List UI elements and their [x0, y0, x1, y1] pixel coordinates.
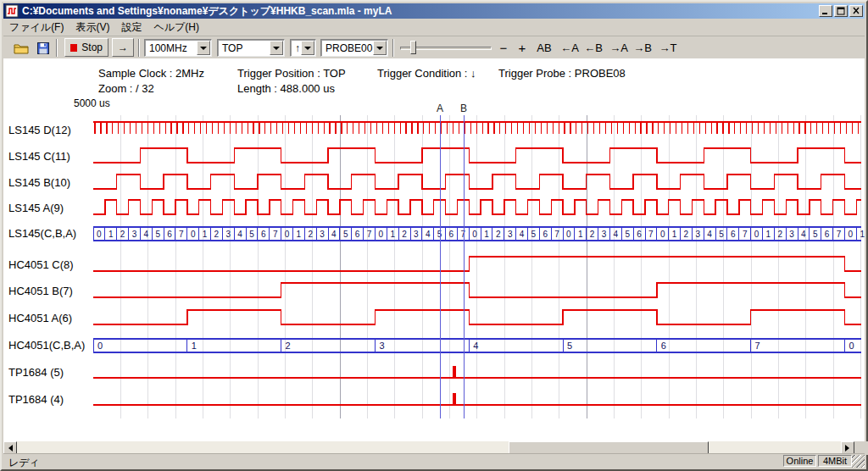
maximize-button[interactable] [834, 5, 848, 17]
svg-text:4: 4 [473, 341, 478, 351]
clock-combo[interactable]: 100MHz [144, 39, 212, 57]
zoom-slider-thumb[interactable] [410, 41, 416, 54]
app-window: C:¥Documents and Settings¥noname¥デスクトップ¥… [0, 0, 868, 471]
svg-text:0: 0 [379, 230, 384, 239]
probe-combo-value: PROBE00 [326, 42, 372, 55]
menu-bar: ファイル(F)表示(V)設定ヘルプ(H) [3, 19, 865, 35]
svg-text:1: 1 [860, 230, 865, 239]
svg-text:6: 6 [261, 230, 266, 239]
stop-icon [70, 44, 77, 52]
svg-text:6: 6 [449, 230, 454, 239]
svg-text:4: 4 [144, 230, 149, 239]
svg-text:6: 6 [542, 230, 548, 239]
svg-text:2: 2 [684, 230, 689, 239]
svg-text:0: 0 [754, 230, 760, 239]
svg-text:1: 1 [108, 230, 114, 239]
waveform-canvas[interactable]: 0123456701234567012345670123456701234567… [2, 112, 868, 418]
goto-trigger-button[interactable]: →T [657, 40, 679, 56]
svg-text:0: 0 [97, 230, 102, 239]
ab-button[interactable]: AB [533, 40, 555, 56]
svg-text:7: 7 [554, 230, 559, 239]
svg-text:7: 7 [755, 341, 760, 351]
toolbar-separator [138, 39, 140, 57]
zoom-in-button[interactable]: + [515, 40, 530, 56]
svg-text:4: 4 [237, 230, 242, 239]
svg-text:4: 4 [801, 230, 806, 239]
svg-text:1: 1 [192, 341, 197, 351]
menu-item-view[interactable]: 表示(V) [70, 19, 115, 36]
svg-text:3: 3 [508, 230, 513, 239]
trigger-position-combo[interactable]: TOP [217, 39, 285, 57]
svg-text:4: 4 [707, 230, 712, 239]
menu-item-help[interactable]: ヘルプ(H) [147, 19, 205, 36]
svg-text:4: 4 [426, 230, 431, 239]
svg-text:5: 5 [343, 230, 348, 239]
zoom-out-button[interactable]: − [496, 40, 511, 56]
stop-button[interactable]: Stop [64, 38, 108, 57]
chevron-down-icon[interactable] [197, 41, 210, 55]
toolbar: Stop → 100MHz TOP ↑ PROBE00 − + AB ←A ←B [3, 36, 865, 58]
svg-text:0: 0 [660, 230, 665, 239]
svg-text:3: 3 [320, 230, 325, 239]
svg-text:6: 6 [825, 230, 830, 239]
svg-text:2: 2 [214, 230, 220, 239]
svg-text:5: 5 [249, 230, 254, 239]
zoom-text: Zoom : / 32 [98, 82, 154, 95]
svg-text:2: 2 [590, 230, 595, 239]
svg-text:3: 3 [379, 341, 384, 351]
svg-text:0: 0 [285, 230, 290, 239]
clock-combo-value: 100MHz [149, 42, 187, 55]
trigger-condition-text: Trigger Condition : ↓ [377, 67, 476, 80]
svg-text:0: 0 [191, 230, 196, 239]
resize-grip[interactable] [852, 455, 865, 468]
svg-text:0: 0 [849, 230, 854, 239]
svg-text:1: 1 [578, 230, 583, 239]
goto-a-right-button[interactable]: →A [608, 40, 630, 56]
svg-text:6: 6 [731, 230, 736, 239]
trigger-probe-text: Trigger Probe : PROBE08 [498, 67, 626, 80]
goto-b-left-button[interactable]: ←B [582, 40, 604, 56]
chevron-down-icon[interactable] [301, 41, 314, 55]
save-button[interactable] [33, 40, 53, 57]
goto-a-left-button[interactable]: ←A [559, 40, 581, 56]
title-bar: C:¥Documents and Settings¥noname¥デスクトップ¥… [3, 3, 865, 19]
toolbar-separator [392, 39, 394, 57]
goto-b-right-button[interactable]: →B [632, 40, 654, 56]
svg-text:2: 2 [402, 230, 407, 239]
run-button[interactable]: → [112, 38, 134, 57]
svg-text:1: 1 [203, 230, 208, 239]
trigger-edge-combo[interactable]: ↑ [290, 39, 316, 57]
status-memory: 4MBit [818, 455, 852, 467]
svg-text:5: 5 [567, 341, 572, 351]
menu-item-file[interactable]: ファイル(F) [3, 19, 70, 36]
svg-text:3: 3 [414, 230, 419, 239]
length-text: Length : 488.000 us [237, 82, 335, 95]
minimize-button[interactable] [819, 5, 832, 17]
svg-text:2: 2 [120, 230, 125, 239]
probe-combo[interactable]: PROBE00 [320, 39, 388, 57]
svg-text:6: 6 [637, 230, 642, 239]
wave-ls145-c-b-a-: 0123456701234567012345670123456701234567… [93, 227, 865, 241]
open-button[interactable] [11, 40, 31, 57]
svg-text:2: 2 [777, 230, 782, 239]
svg-text:3: 3 [226, 230, 231, 239]
svg-text:5: 5 [813, 230, 818, 239]
svg-text:5: 5 [719, 230, 724, 239]
svg-text:7: 7 [273, 230, 278, 239]
svg-text:6: 6 [167, 230, 172, 239]
svg-text:1: 1 [390, 230, 395, 239]
svg-text:7: 7 [367, 230, 372, 239]
chevron-down-icon[interactable] [270, 41, 283, 55]
svg-text:7: 7 [648, 230, 654, 239]
chevron-down-icon[interactable] [373, 41, 387, 55]
stop-label: Stop [81, 42, 103, 53]
svg-text:2: 2 [308, 230, 313, 239]
svg-text:6: 6 [355, 230, 360, 239]
status-online: Online [783, 455, 816, 467]
svg-text:4: 4 [331, 230, 337, 239]
svg-text:0: 0 [566, 230, 571, 239]
svg-text:4: 4 [614, 230, 619, 239]
svg-text:0: 0 [472, 230, 477, 239]
menu-item-settings[interactable]: 設定 [115, 19, 147, 36]
close-button[interactable] [849, 5, 863, 17]
